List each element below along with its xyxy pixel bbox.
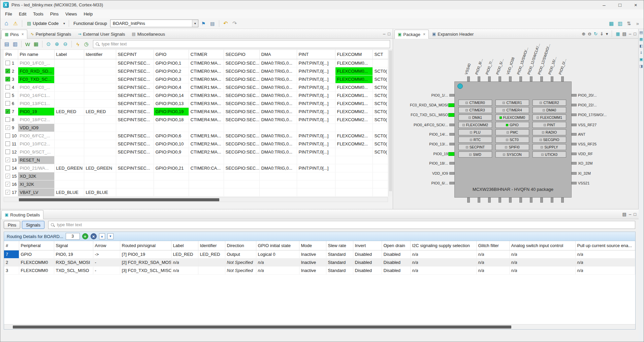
package-pin-stub[interactable] [449,162,454,165]
routing-value-cell[interactable]: Inactive [299,258,326,266]
routing-value-cell[interactable]: FLEXCOMM0 [19,266,54,274]
pin-signal-cell[interactable]: DMA0:TRIG,0... [259,164,297,172]
pin-signal-cell[interactable] [54,91,84,99]
routing-value-cell[interactable]: Standard [326,258,353,266]
pin-select-cell[interactable]: ✓15 [4,172,18,180]
routing-column-arrow[interactable]: Arrow [93,241,120,250]
routing-column-mode[interactable]: Mode [299,241,326,250]
pin-signal-cell[interactable] [373,164,388,172]
package-pin-label[interactable]: XO_32M [578,161,592,166]
peripheral-block-ctimer2[interactable]: CTIMER2 [533,100,566,106]
peripheral-block-pmc[interactable]: PMC [495,129,529,135]
minimize-view-icon[interactable]: – [383,31,385,36]
routing-value-cell[interactable]: Inactive [299,250,326,258]
pin-select-cell[interactable]: 8 [4,115,18,124]
routing-count-field[interactable]: 3 [66,233,80,240]
home-icon[interactable]: ⌂ [2,20,10,28]
pin-signal-cell[interactable]: PINT:PINT,0[...] [297,164,335,172]
pin-signal-cell[interactable] [54,99,84,107]
pin-signal-cell[interactable]: CTIMER3:MA... [189,99,224,107]
package-pin-stub[interactable] [572,172,577,175]
pin-signal-cell[interactable]: FLEXCOMM2... [335,132,373,140]
pin-signal-cell[interactable]: LED_BLUE [54,188,84,196]
pin-checkbox[interactable]: ✓ [5,77,10,81]
routing-value-cell[interactable]: [2] FC0_RXD_SDA_MOSI [120,258,171,266]
maximize-button[interactable]: □ [612,0,628,9]
routing-value-cell[interactable]: n/a [171,266,198,274]
peripheral-block-spifi0[interactable]: SPIFI0 [495,144,529,150]
pin-signal-cell[interactable] [84,67,116,75]
package-pin-label[interactable]: PIO0_4/FC0_SCK/... [414,123,448,127]
scrollbar-thumb[interactable] [19,198,219,201]
package-pin-stub[interactable] [498,76,501,81]
package-pin-label[interactable]: VSS40 [464,63,472,75]
package-pin-stub[interactable] [561,198,564,203]
pin-signal-cell[interactable]: SECPINT:SEC... [116,164,154,172]
menu-help[interactable]: Help [80,10,96,18]
pin-name-cell[interactable]: FC0_TXD_SC... [18,75,54,83]
pin-signal-cell[interactable]: DMA0:TRIG,0... [259,107,297,115]
close-tab-icon[interactable]: × [423,32,425,37]
pin-signal-cell[interactable] [259,180,297,188]
pin-signal-cell[interactable] [335,180,373,188]
pin-signal-cell[interactable]: PINT:PINT,0[...] [297,59,335,67]
peripheral-block-pint[interactable]: PINT [533,122,566,128]
routing-value-cell[interactable]: - [93,258,120,266]
pin-signal-cell[interactable] [54,180,84,188]
package-pin-stub[interactable] [448,113,454,117]
pin-signal-cell[interactable] [84,124,116,132]
menu-tools[interactable]: Tools [30,10,46,18]
package-tab-package[interactable]: ▣Package× [394,30,429,39]
package-pin-label[interactable]: VSS_RF25 [578,142,597,146]
package-pin-stub[interactable] [572,152,577,155]
pin-signal-cell[interactable]: CTIMER0:MA... [189,75,224,83]
pin-signal-cell[interactable] [335,156,373,164]
minimize-view-icon[interactable]: – [629,31,631,36]
pin-signal-cell[interactable] [335,164,373,172]
pin-signal-cell[interactable]: FLEXCOMM0... [335,67,373,75]
pin-signal-cell[interactable] [297,124,335,132]
package-pin-label[interactable]: PIO0_14/... [429,132,448,137]
package-pin-label[interactable]: VDD_IO38 [506,57,515,75]
pin-signal-cell[interactable]: DMA0:TRIG,0... [259,67,297,75]
pin-signal-cell[interactable]: SECPINT:SEC... [116,107,154,115]
pin-signal-cell[interactable] [373,59,388,67]
package-pin-stub[interactable] [467,76,470,81]
pin-signal-cell[interactable] [154,188,189,196]
pin-signal-cell[interactable]: DMA0:TRIG,0... [259,91,297,99]
package-pin-stub[interactable] [572,113,577,116]
package-pin-stub[interactable] [449,124,454,126]
package-pin-stub[interactable] [519,76,522,81]
pin-signal-cell[interactable] [373,188,388,196]
pin-signal-cell[interactable]: SECGPIO:SEC... [224,83,259,91]
pin-signal-cell[interactable] [297,180,335,188]
pin-signal-cell[interactable]: LED_BLUE [84,188,116,196]
pins-tab-external-user-signals[interactable]: ⇝External User Signals [74,29,128,38]
routing-value-cell[interactable]: n/a [256,266,299,274]
flag-icon[interactable]: ⚑ [199,20,207,28]
routing-value-cell[interactable]: FLEXCOMM0 [19,258,54,266]
pin-signal-cell[interactable]: SECPINT:SEC... [116,91,154,99]
routing-value-cell[interactable]: PIO0, 19 [54,250,93,258]
pin-select-cell[interactable]: 14 [4,164,18,172]
pin-signal-cell[interactable] [335,148,373,156]
pin-checkbox[interactable] [5,85,10,90]
pin-signal-cell[interactable]: SECGPIO:SEC... [224,132,259,140]
pin-signal-cell[interactable]: GPIO:PIO0,1 [154,59,189,67]
pin-signal-cell[interactable] [259,124,297,132]
pin-checkbox[interactable]: ✓ [5,174,10,178]
board-view-icon[interactable]: ▦ [616,31,620,36]
pin-select-cell[interactable]: 11 [4,140,18,148]
pin-signal-cell[interactable] [373,180,388,188]
pin-signal-cell[interactable] [116,156,154,164]
pin-signal-cell[interactable]: DMA0:TRIG,0... [259,140,297,148]
routing-column-signal[interactable]: Signal [54,241,93,250]
scrollbar-thumb[interactable] [389,50,392,191]
pin-signal-cell[interactable] [259,172,297,180]
pin-signal-cell[interactable] [54,75,84,83]
warning-icon[interactable]: ⚠ [11,20,20,28]
pins-column-pin-name[interactable]: Pin name [18,50,54,59]
routing-row-number[interactable]: 3 [4,266,19,274]
menu-views[interactable]: Views [62,10,80,18]
package-pin-label[interactable]: PIO0_16/... [548,56,557,75]
